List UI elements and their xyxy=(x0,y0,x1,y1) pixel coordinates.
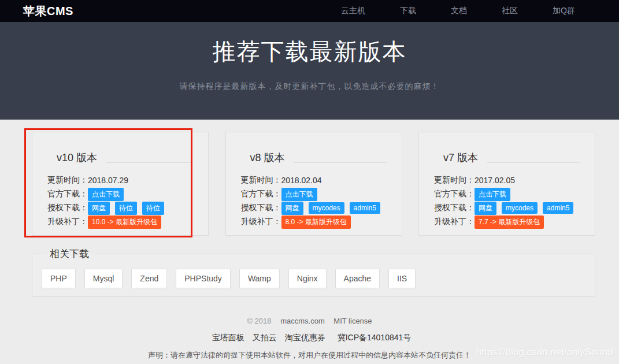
footer-links: 宝塔面板又拍云淘宝优惠券 xyxy=(208,333,329,342)
copyright-text: © 2018 xyxy=(247,317,271,325)
card-row: 更新时间：2018.02.04 xyxy=(241,173,387,187)
card-row: 授权下载：网盘mycodesadmin5 xyxy=(434,201,580,215)
download-button[interactable]: 10.0 -> 最新版升级包 xyxy=(88,216,161,229)
row-label: 升级补丁： xyxy=(434,217,475,227)
card-row: 官方下载：点击下载 xyxy=(241,187,387,201)
card-row: 升级补丁：8.0 -> 最新版升级包 xyxy=(241,215,387,229)
related-downloads-section: 相关下载 PHPMysqlZendPHPStudyWampNginxApache… xyxy=(32,247,595,297)
card-title-divider xyxy=(106,162,193,163)
row-label: 升级补丁： xyxy=(241,217,281,227)
version-card: v10 版本更新时间：2018.07.29官方下载：点击下载授权下载：网盘待位待… xyxy=(32,132,209,236)
download-button[interactable]: 网盘 xyxy=(281,202,303,215)
download-button[interactable]: 待位 xyxy=(142,202,164,215)
card-title: v10 版本 xyxy=(57,151,97,165)
hero-banner: 推荐下载最新版本 请保持程序是最新版本，及时更新补丁包，以免造成不必要的麻烦！ xyxy=(0,22,619,120)
download-button[interactable]: admin5 xyxy=(543,202,573,214)
row-label: 官方下载： xyxy=(47,189,88,199)
license-link[interactable]: MIT license xyxy=(333,317,372,325)
update-date: 2018.07.29 xyxy=(88,176,128,185)
page: 苹果CMS 云主机下载文档社区加Q群 推荐下载最新版本 请保持程序是最新版本，及… xyxy=(0,0,619,364)
row-label: 授权下载： xyxy=(241,203,281,213)
row-label: 升级补丁： xyxy=(47,217,88,227)
cards-row: v10 版本更新时间：2018.07.29官方下载：点击下载授权下载：网盘待位待… xyxy=(32,132,595,236)
card-row: 升级补丁：7.7 -> 最新版升级包 xyxy=(434,215,580,229)
nav-item-文档[interactable]: 文档 xyxy=(451,6,467,16)
card-rows: 更新时间：2018.02.04官方下载：点击下载授权下载：网盘mycodesad… xyxy=(241,173,387,229)
row-label: 官方下载： xyxy=(241,189,281,199)
card-title-row: v7 版本 xyxy=(434,151,580,165)
nav-item-社区[interactable]: 社区 xyxy=(502,6,518,16)
download-button[interactable]: 网盘 xyxy=(475,202,496,215)
related-btn-mysql[interactable]: Mysql xyxy=(84,269,123,288)
download-button[interactable]: 待位 xyxy=(115,202,137,215)
download-button[interactable]: 网盘 xyxy=(88,202,110,215)
version-card: v7 版本更新时间：2017.02.05官方下载：点击下载授权下载：网盘myco… xyxy=(418,132,595,236)
top-navbar: 苹果CMS 云主机下载文档社区加Q群 xyxy=(0,0,619,22)
related-btn-apache[interactable]: Apache xyxy=(335,269,380,288)
card-title-row: v8 版本 xyxy=(241,151,387,165)
related-btn-php[interactable]: PHP xyxy=(42,269,76,288)
card-title-row: v10 版本 xyxy=(47,151,193,165)
site-link[interactable]: maccms.com xyxy=(280,317,325,325)
card-row: 升级补丁：10.0 -> 最新版升级包 xyxy=(47,215,193,229)
card-row: 更新时间：2018.07.29 xyxy=(47,173,193,187)
row-label: 官方下载： xyxy=(434,189,475,199)
download-button[interactable]: 点击下载 xyxy=(475,188,510,201)
site-logo[interactable]: 苹果CMS xyxy=(23,3,73,19)
download-button[interactable]: 点击下载 xyxy=(281,188,317,201)
nav-item-云主机[interactable]: 云主机 xyxy=(341,6,365,16)
download-button[interactable]: 7.7 -> 最新版升级包 xyxy=(475,216,544,229)
csdn-watermark: https://blog.csdn.net/onlySound xyxy=(476,347,613,358)
card-row: 更新时间：2017.02.05 xyxy=(434,173,580,187)
card-title: v8 版本 xyxy=(250,151,285,165)
row-label: 授权下载： xyxy=(434,203,475,213)
card-title-divider xyxy=(487,162,580,163)
version-card: v8 版本更新时间：2018.02.04官方下载：点击下载授权下载：网盘myco… xyxy=(225,132,402,236)
footer-links-line: 宝塔面板又拍云淘宝优惠券冀ICP备14010841号 xyxy=(0,333,619,343)
download-button[interactable]: mycodes xyxy=(502,202,538,214)
update-date: 2017.02.05 xyxy=(475,176,515,185)
related-btn-zend[interactable]: Zend xyxy=(131,269,167,288)
related-btn-phpstudy[interactable]: PHPStudy xyxy=(176,269,231,288)
card-rows: 更新时间：2017.02.05官方下载：点击下载授权下载：网盘mycodesad… xyxy=(434,173,580,229)
download-button[interactable]: admin5 xyxy=(350,202,380,214)
related-btn-iis[interactable]: IIS xyxy=(388,269,416,288)
row-label: 更新时间： xyxy=(434,175,475,185)
footer-link[interactable]: 宝塔面板 xyxy=(212,333,244,342)
update-date: 2018.02.04 xyxy=(281,176,322,185)
row-label: 授权下载： xyxy=(47,203,88,213)
nav-item-加Q群[interactable]: 加Q群 xyxy=(553,6,575,16)
hero-title: 推荐下载最新版本 xyxy=(0,22,619,68)
related-btn-nginx[interactable]: Nginx xyxy=(288,269,327,288)
footer-link[interactable]: 又拍云 xyxy=(253,333,277,342)
card-rows: 更新时间：2018.07.29官方下载：点击下载授权下载：网盘待位待位升级补丁：… xyxy=(47,173,193,229)
nav-menu: 云主机下载文档社区加Q群 xyxy=(341,6,575,16)
icp-link[interactable]: 冀ICP备14010841号 xyxy=(338,333,412,342)
footer-link[interactable]: 淘宝优惠券 xyxy=(285,333,325,342)
download-button[interactable]: mycodes xyxy=(309,202,344,214)
card-title: v7 版本 xyxy=(443,151,478,165)
card-row: 官方下载：点击下载 xyxy=(47,187,193,201)
hero-subtitle: 请保持程序是最新版本，及时更新补丁包，以免造成不必要的麻烦！ xyxy=(0,81,619,92)
download-button[interactable]: 8.0 -> 最新版升级包 xyxy=(281,216,351,229)
related-btn-wamp[interactable]: Wamp xyxy=(239,269,280,288)
nav-item-下载[interactable]: 下载 xyxy=(400,6,416,16)
download-button[interactable]: 点击下载 xyxy=(88,188,124,201)
card-row: 授权下载：网盘mycodesadmin5 xyxy=(241,201,387,215)
main-content: v10 版本更新时间：2018.07.29官方下载：点击下载授权下载：网盘待位待… xyxy=(0,120,619,361)
footer-copyright-line: © 2018 maccms.com MIT license xyxy=(0,317,619,325)
card-row: 官方下载：点击下载 xyxy=(434,187,580,201)
card-title-divider xyxy=(294,162,387,163)
row-label: 更新时间： xyxy=(241,175,281,185)
related-downloads-title: 相关下载 xyxy=(44,247,95,261)
related-buttons-row: PHPMysqlZendPHPStudyWampNginxApacheIIS xyxy=(40,266,587,288)
row-label: 更新时间： xyxy=(47,175,88,185)
card-row: 授权下载：网盘待位待位 xyxy=(47,201,193,215)
